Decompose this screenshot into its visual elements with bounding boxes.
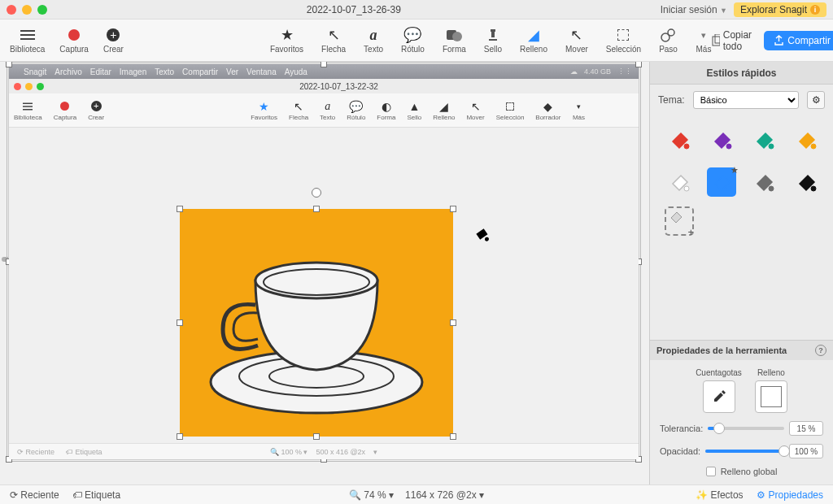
zoom-window-icon[interactable] [37, 5, 47, 15]
tool-favorites[interactable]: ★Favoritos [270, 27, 303, 54]
canvas-area[interactable]: Snagit Archivo Editar Imagen Texto Compa… [0, 62, 649, 484]
tool-shape[interactable]: Forma [443, 27, 466, 54]
add-icon: + [105, 27, 121, 43]
embedded-screenshot: Snagit Archivo Editar Imagen Texto Compa… [8, 63, 639, 460]
add-style-button[interactable]: + [665, 206, 694, 236]
text-icon: a [365, 27, 382, 43]
checkbox-icon [706, 467, 716, 476]
style-swatch[interactable] [665, 167, 694, 197]
inner-statusbar: ⟳ Reciente 🏷 Etiqueta 🔍 100 % ▾500 x 416… [9, 443, 639, 459]
close-window-icon [14, 83, 21, 90]
effects-button[interactable]: ✨ Efectos [696, 489, 743, 501]
opacity-slider[interactable]: Opacidad: 100 % [660, 444, 823, 458]
resize-handle[interactable] [450, 319, 456, 326]
tool-stamp[interactable]: Sello [484, 27, 502, 54]
style-swatch[interactable] [749, 125, 778, 154]
svg-rect-5 [715, 34, 720, 43]
resize-handle[interactable] [177, 319, 183, 326]
tool-arrow[interactable]: ↖Flecha [321, 27, 346, 54]
copy-all-button[interactable]: Copiar todo [712, 29, 756, 52]
capture-button[interactable]: Captura [59, 27, 89, 54]
fill-icon: ◢ [526, 27, 542, 43]
resize-handle[interactable] [450, 206, 456, 212]
resize-handle[interactable] [313, 433, 320, 440]
tag-button[interactable]: 🏷 Etiqueta [72, 489, 120, 501]
minimize-window-icon [25, 83, 33, 90]
tool-step[interactable]: Paso [659, 27, 678, 54]
theme-settings-button[interactable]: ⚙ [807, 91, 825, 109]
tool-props-title: Propiedades de la herramienta [656, 345, 787, 355]
minimize-window-icon[interactable] [22, 5, 32, 15]
eyedropper-icon [710, 388, 728, 406]
star-icon: ★ [279, 27, 295, 43]
close-window-icon[interactable] [7, 5, 16, 15]
stamp-icon [485, 27, 501, 43]
cup-illustration [194, 224, 438, 427]
resize-handle[interactable] [313, 206, 320, 212]
info-icon: i [810, 5, 820, 15]
tool-text[interactable]: aTexto [364, 27, 383, 54]
main-toolbar: Biblioteca Captura + Crear ★Favoritos ↖F… [0, 20, 833, 62]
upload-icon [774, 35, 784, 46]
svg-rect-4 [713, 37, 720, 46]
help-icon[interactable]: ? [815, 345, 826, 356]
fill-color-button[interactable]: Relleno [755, 368, 787, 413]
move-icon: ↖ [569, 27, 585, 43]
zoom-control[interactable]: 🔍 74 % ▾ [349, 489, 394, 501]
resize-handle[interactable] [177, 433, 183, 440]
statusbar: ⟳ Reciente 🏷 Etiqueta 🔍 74 % ▾ 1164 x 72… [0, 484, 833, 504]
svg-point-16 [684, 186, 689, 191]
inner-titlebar: 2022-10-07_13-22-32 [9, 79, 639, 93]
tool-fill[interactable]: ◢Relleno [520, 27, 547, 54]
tool-selection[interactable]: Selección [606, 27, 641, 54]
style-swatch[interactable] [792, 167, 821, 197]
callout-icon: 💬 [404, 27, 421, 43]
eyedropper-button[interactable]: Cuentagotas [696, 368, 742, 413]
inner-doc-title: 2022-10-07_13-22-32 [44, 82, 634, 91]
style-swatch[interactable]: ★ [707, 167, 736, 197]
svg-point-10 [264, 269, 369, 295]
svg-point-8 [269, 365, 364, 388]
style-swatch[interactable] [749, 167, 778, 197]
resize-handle[interactable] [321, 62, 327, 67]
svg-point-19 [811, 186, 816, 191]
style-swatch[interactable] [707, 125, 736, 154]
theme-select[interactable]: Básico [693, 91, 799, 109]
tool-callout[interactable]: 💬Rótulo [401, 27, 425, 54]
resize-handle[interactable] [6, 62, 12, 67]
dimensions-readout[interactable]: 1164 x 726 @2x ▾ [405, 489, 484, 501]
resize-handle[interactable] [177, 206, 183, 212]
gear-icon: ⚙ [812, 94, 821, 106]
share-button[interactable]: Compartir [764, 31, 833, 50]
rotate-handle[interactable] [312, 188, 321, 198]
quick-styles-header: Estilos rápidos [650, 62, 833, 85]
login-link[interactable]: Iniciar sesión ▼ [661, 4, 727, 15]
svg-point-15 [811, 144, 816, 149]
cloud-icon: ☁ [570, 67, 578, 76]
recent-button[interactable]: ⟳ Reciente [10, 489, 59, 501]
document-title: 2022-10-07_13-26-39 [47, 4, 661, 15]
tool-move[interactable]: ↖Mover [565, 27, 588, 54]
library-button[interactable]: Biblioteca [10, 27, 45, 54]
global-fill-checkbox[interactable]: Relleno global [660, 467, 823, 476]
resize-handle[interactable] [635, 62, 642, 67]
inner-canvas [9, 128, 639, 459]
svg-point-18 [769, 186, 774, 191]
properties-button[interactable]: ⚙ Propiedades [757, 489, 823, 501]
style-swatch[interactable] [665, 125, 694, 154]
svg-point-11 [485, 237, 490, 241]
fill-swatch-icon [761, 386, 782, 407]
create-button[interactable]: + Crear [103, 27, 124, 54]
tool-more[interactable]: ▾Más [696, 27, 712, 54]
zoom-window-icon [37, 83, 44, 90]
resize-handle[interactable] [450, 433, 456, 440]
record-icon [66, 27, 82, 43]
right-panel: Estilos rápidos Tema: Básico ⚙ ★ + Propi… [649, 62, 833, 484]
theme-label: Tema: [658, 94, 685, 106]
svg-point-3 [668, 29, 674, 36]
tolerance-slider[interactable]: Tolerancia: 15 % [660, 421, 823, 436]
explore-snagit-button[interactable]: Explorar Snagiti [734, 2, 826, 17]
traffic-lights [7, 5, 47, 15]
artwork-selection[interactable] [180, 209, 453, 437]
style-swatch[interactable] [792, 125, 821, 154]
